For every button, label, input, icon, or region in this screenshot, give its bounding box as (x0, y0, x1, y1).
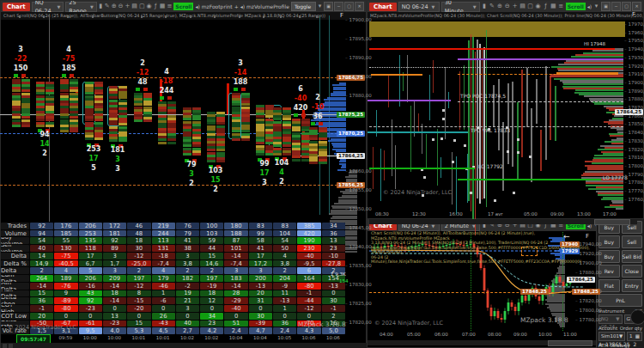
grid-cell[interactable]: 183 (224, 275, 247, 282)
grid-cell[interactable]: 41 (176, 237, 199, 244)
panel-icon[interactable]: ▢ (139, 2, 145, 11)
grid-cell[interactable]: 23 (200, 321, 223, 327)
grid-cell[interactable]: -13 (249, 283, 272, 290)
indicator-icon[interactable]: ƒ (543, 2, 549, 11)
pin-icon[interactable]: ▣ (601, 2, 611, 11)
floating-badge[interactable] (630, 309, 644, 325)
grid-cell[interactable]: 3,8 (176, 260, 199, 267)
grid-cell[interactable]: 36 (322, 230, 345, 237)
bottom-scrollbar[interactable] (1, 343, 368, 348)
grid-cell[interactable]: 11 (273, 290, 296, 297)
grid-cell[interactable]: 18 (127, 237, 150, 244)
grid-cell[interactable]: 0 (273, 313, 296, 320)
properties-icon[interactable]: ≡ (558, 2, 564, 11)
grid-cell[interactable]: 92 (79, 297, 102, 304)
grid-cell[interactable]: 253 (79, 230, 102, 237)
toggle-draw-button[interactable]: Toggle Draw (291, 2, 316, 11)
entry-button[interactable]: Entry (622, 279, 643, 292)
bar-type-icon[interactable]: ▮ (482, 2, 488, 11)
grid-cell[interactable]: 83 (249, 223, 272, 229)
grid-cell[interactable]: 30 (322, 297, 345, 304)
pin-icon[interactable]: ▣ (324, 2, 333, 11)
grid-cell[interactable]: 5,0 (322, 327, 345, 334)
grid-cell[interactable]: 219 (152, 223, 175, 229)
grid-cell[interactable]: -13 (322, 283, 345, 290)
grid-cell[interactable]: 30 (249, 313, 272, 320)
grid-cell[interactable]: 3 (103, 253, 126, 259)
grid-cell[interactable]: 206 (79, 223, 102, 229)
grid-cell[interactable]: 2 (30, 267, 53, 274)
grid-cell[interactable]: 4,3 (297, 327, 320, 334)
grid-cell[interactable]: 54 (273, 237, 296, 244)
grid-cell[interactable]: -14 (103, 283, 126, 290)
close-button[interactable]: Close (622, 265, 643, 278)
grid-cell[interactable]: 2 (176, 267, 199, 274)
zoom-in-icon[interactable]: ⊕ (496, 2, 502, 11)
period-selector[interactable]: 25 Range▼ (65, 2, 96, 12)
grid-cell[interactable]: 5 (79, 267, 102, 274)
grid-cell[interactable]: 31 (249, 297, 272, 304)
grid-cell[interactable]: -9,5 (297, 260, 320, 267)
grid-cell[interactable]: -10 (322, 253, 345, 259)
grid-cell[interactable]: 18 (200, 290, 223, 297)
maximize-icon[interactable]: ▢ (622, 2, 631, 11)
grid-cell[interactable]: 6 (297, 267, 320, 274)
grid-cell[interactable]: 190 (297, 237, 320, 244)
minimize-icon[interactable]: ─ (611, 2, 621, 11)
grid-cell[interactable]: 34 (322, 223, 345, 229)
qty-stepper[interactable]: 1▦ (627, 332, 642, 341)
grid-cell[interactable]: -14 (224, 253, 247, 259)
grid-cell[interactable]: -43 (152, 321, 175, 327)
sell-ask-button[interactable]: Sell Ask (622, 235, 643, 248)
grid-cell[interactable]: 17,2 (249, 260, 272, 267)
data-series-icon[interactable]: ▦ (550, 2, 556, 11)
grid-cell[interactable]: 17 (249, 253, 272, 259)
grid-cell[interactable]: 40 (30, 245, 53, 252)
bottom-scrollbar[interactable] (369, 219, 637, 224)
account-combo[interactable]: Sim101▼ (598, 332, 625, 341)
grid-cell[interactable]: 4,7 (249, 327, 272, 334)
grid-cell[interactable]: 230 (297, 245, 320, 252)
grid-cell[interactable]: 0 (322, 290, 345, 297)
grid-cell[interactable]: 1 (273, 305, 296, 312)
grid-cell[interactable]: 15 (200, 253, 223, 259)
grid-cell[interactable]: 101 (224, 245, 247, 252)
grid-cell[interactable]: 131 (152, 245, 175, 252)
grid-cell[interactable]: 6,7 (79, 260, 102, 267)
grid-cell[interactable]: -20 (127, 305, 150, 312)
grid-cell[interactable]: 172 (103, 223, 126, 229)
grid-cell[interactable]: -23 (103, 321, 126, 327)
grid-cell[interactable]: 164 (297, 275, 320, 282)
minimize-icon[interactable]: ─ (334, 2, 343, 11)
grid-cell[interactable]: 189 (54, 275, 77, 282)
zoom-in-icon[interactable]: ⊕ (112, 2, 117, 11)
grid-cell[interactable]: -14 (103, 297, 126, 304)
grid-cell[interactable]: 99 (249, 230, 272, 237)
grid-cell[interactable]: -16 (79, 283, 102, 290)
scrollbar-handle[interactable] (548, 340, 592, 346)
grid-cell[interactable]: 135 (79, 237, 102, 244)
grid-cell[interactable]: -1 (30, 305, 53, 312)
grid-cell[interactable]: 23 (322, 245, 345, 252)
grid-cell[interactable]: 1 (152, 290, 175, 297)
grid-cell[interactable]: -80 (54, 305, 77, 312)
dropdown-caret-icon[interactable]: ▾ (318, 2, 322, 11)
bottom-scrollbar[interactable] (368, 340, 596, 345)
scroll-indicator-button[interactable]: Scroll (173, 3, 193, 10)
grid-cell[interactable]: 4 (54, 267, 77, 274)
grid-cell[interactable]: 0 (103, 305, 126, 312)
grid-cell[interactable]: -9 (273, 283, 296, 290)
grid-cell[interactable]: 0 (127, 313, 150, 320)
grid-cell[interactable]: 0 (79, 313, 102, 320)
focus-button[interactable]: F (632, 11, 635, 18)
grid-cell[interactable]: -46 (152, 283, 175, 290)
grid-cell[interactable]: 13 (103, 313, 126, 320)
properties-icon[interactable]: ≡ (167, 2, 172, 11)
grid-cell[interactable]: -80 (297, 283, 320, 290)
grid-cell[interactable]: 104 (273, 230, 296, 237)
grid-cell[interactable]: 4,0 (103, 327, 126, 334)
grid-cell[interactable]: 204 (273, 275, 296, 282)
grid-cell[interactable]: 76 (176, 223, 199, 229)
grid-cell[interactable]: 188 (224, 230, 247, 237)
grid-cell[interactable]: -2 (176, 283, 199, 290)
